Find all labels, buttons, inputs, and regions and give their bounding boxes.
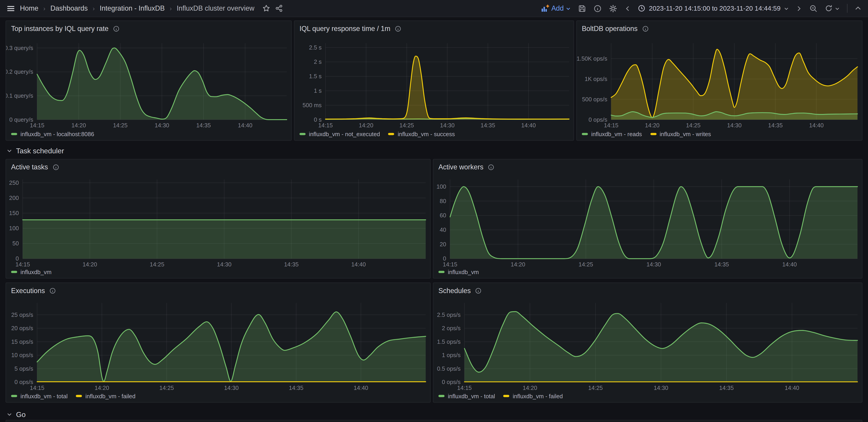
svg-text:14:25: 14:25 [113, 122, 127, 128]
chart-query-response-time[interactable]: 14:1514:2014:2514:3014:3514:400 s500 ms1… [294, 21, 575, 141]
star-icon[interactable] [262, 4, 270, 12]
svg-text:14:30: 14:30 [727, 122, 741, 128]
svg-text:1K ops/s: 1K ops/s [585, 76, 608, 82]
legend-item[interactable]: influxdb_vm - not_executed [300, 131, 380, 137]
svg-text:14:15: 14:15 [318, 122, 333, 128]
svg-text:14:35: 14:35 [284, 261, 299, 268]
panel-info-icon[interactable] [113, 26, 120, 32]
svg-text:14:15: 14:15 [457, 385, 472, 391]
panel-info-icon[interactable] [475, 288, 482, 294]
svg-text:14:40: 14:40 [782, 261, 797, 268]
add-button[interactable]: Add [541, 4, 571, 12]
settings-gear-icon[interactable] [609, 4, 617, 12]
svg-text:2.5 ops/s: 2.5 ops/s [437, 312, 460, 318]
time-forward-icon[interactable] [796, 5, 802, 11]
legend-item[interactable]: influxdb_vm - failed [76, 393, 135, 399]
svg-text:0 ops/s: 0 ops/s [14, 379, 33, 385]
svg-text:80: 80 [440, 198, 446, 204]
chart-active-workers[interactable]: 14:1514:2014:2514:3014:3514:400204060801… [434, 159, 863, 279]
panel-header[interactable]: Active tasks [6, 159, 430, 171]
breadcrumb-home[interactable]: Home [20, 4, 38, 12]
panel-title-text: Executions [11, 287, 45, 295]
panel-info-icon[interactable] [488, 164, 494, 171]
legend-item[interactable]: influxdb_vm [11, 269, 52, 275]
save-icon[interactable] [578, 4, 586, 12]
svg-text:20 ops/s: 20 ops/s [11, 325, 33, 331]
svg-text:14:25: 14:25 [588, 385, 602, 391]
add-panel-icon [541, 4, 549, 12]
svg-text:25 ops/s: 25 ops/s [11, 312, 33, 318]
svg-text:0 s: 0 s [314, 117, 322, 123]
caret-up-icon[interactable] [855, 5, 861, 11]
svg-text:1 s: 1 s [314, 88, 322, 94]
svg-text:14:30: 14:30 [647, 261, 661, 268]
panel-info-icon[interactable] [642, 26, 649, 32]
panel-header[interactable]: Active workers [434, 159, 862, 171]
panel-schedules: Schedules 14:1514:2014:2514:3014:3514:40… [433, 282, 862, 402]
panel-header[interactable]: Executions [6, 283, 430, 295]
legend-item[interactable]: influxdb_vm - total [438, 393, 495, 399]
chart-executions[interactable]: 14:1514:2014:2514:3014:3514:400 ops/s5 o… [6, 283, 431, 403]
legend-item[interactable]: influxdb_vm - reads [582, 131, 642, 137]
panel-info-icon[interactable] [53, 164, 59, 171]
share-icon[interactable] [275, 4, 283, 12]
legend-item[interactable]: influxdb_vm - writes [650, 131, 711, 137]
legend-item[interactable]: influxdb_vm - localhost:8086 [11, 131, 94, 137]
row-task-scheduler[interactable]: Task scheduler [6, 146, 64, 156]
svg-text:60: 60 [440, 212, 446, 218]
legend-item[interactable]: influxdb_vm - success [388, 131, 455, 137]
zoom-out-icon[interactable] [809, 4, 817, 12]
svg-text:14:25: 14:25 [686, 122, 701, 128]
legend: influxdb_vm [438, 269, 479, 275]
svg-text:0 ops/s: 0 ops/s [442, 379, 461, 385]
panel-query-response-time: IQL query response time / 1m 14:1514:201… [294, 21, 574, 141]
panel-info-icon[interactable] [395, 26, 401, 32]
svg-text:14:35: 14:35 [715, 261, 729, 268]
chart-boltdb-operations[interactable]: 14:1514:2014:2514:3014:3514:400 ops/s500… [577, 21, 863, 141]
svg-text:1.5 s: 1.5 s [309, 73, 322, 80]
panel-header[interactable]: Schedules [434, 283, 862, 295]
chart-schedules[interactable]: 14:1514:2014:2514:3014:3514:400 ops/s0.5… [434, 283, 863, 403]
legend: influxdb_vm - total influxdb_vm - failed [438, 393, 563, 399]
panel-header[interactable]: IQL query response time / 1m [294, 21, 574, 33]
svg-text:14:35: 14:35 [768, 122, 782, 128]
svg-text:15 ops/s: 15 ops/s [11, 338, 33, 345]
legend-item[interactable]: influxdb_vm - total [11, 393, 68, 399]
svg-text:14:35: 14:35 [719, 385, 734, 391]
panel-title-text: IQL query response time / 1m [300, 25, 391, 33]
legend-item[interactable]: influxdb_vm - failed [503, 393, 563, 399]
svg-text:100: 100 [9, 225, 19, 231]
chart-active-tasks[interactable]: 14:1514:2014:2514:3014:3514:400501001502… [6, 159, 431, 279]
breadcrumb-dashboards[interactable]: Dashboards [51, 4, 88, 12]
panel-header[interactable]: BoltDB operations [577, 21, 862, 33]
legend-item[interactable]: influxdb_vm [438, 269, 479, 275]
menu-icon[interactable] [6, 4, 15, 12]
svg-text:14:40: 14:40 [809, 122, 824, 128]
time-range-picker[interactable]: 2023-11-20 14:15:00 to 2023-11-20 14:44:… [638, 4, 789, 12]
legend: influxdb_vm - total influxdb_vm - failed [11, 393, 135, 399]
breadcrumb-dashboard-title: InfluxDB cluster overview [177, 4, 254, 12]
svg-text:14:40: 14:40 [785, 385, 799, 391]
time-back-icon[interactable] [625, 5, 631, 11]
svg-text:14:20: 14:20 [71, 122, 86, 128]
svg-text:50: 50 [12, 240, 19, 246]
row-title: Go [16, 410, 26, 418]
svg-text:14:35: 14:35 [196, 122, 211, 128]
refresh-icon[interactable] [825, 4, 840, 12]
svg-text:14:15: 14:15 [604, 122, 618, 128]
svg-text:150: 150 [9, 210, 19, 216]
chart-top-instances[interactable]: 14:1514:2014:2514:3014:3514:400 query/s0… [6, 21, 292, 141]
panel-info-icon[interactable] [49, 288, 56, 294]
svg-text:0 ops/s: 0 ops/s [589, 117, 608, 123]
panel-title-text: Active workers [438, 163, 484, 171]
panel-executions: Executions 14:1514:2014:2514:3014:3514:4… [5, 282, 431, 402]
nav-actions: Add 2023-11-20 14:15:00 to 2023-11-20 14… [541, 4, 862, 13]
svg-text:200: 200 [9, 195, 19, 201]
row-go[interactable]: Go [6, 409, 26, 419]
breadcrumb-folder[interactable]: Integration - InfluxDB [100, 4, 165, 12]
svg-text:0 query/s: 0 query/s [9, 117, 33, 123]
svg-text:0: 0 [443, 255, 446, 262]
panel-title-text: Schedules [438, 287, 471, 295]
info-icon[interactable] [594, 4, 602, 12]
panel-header[interactable]: Top instances by IQL query rate [6, 21, 291, 33]
